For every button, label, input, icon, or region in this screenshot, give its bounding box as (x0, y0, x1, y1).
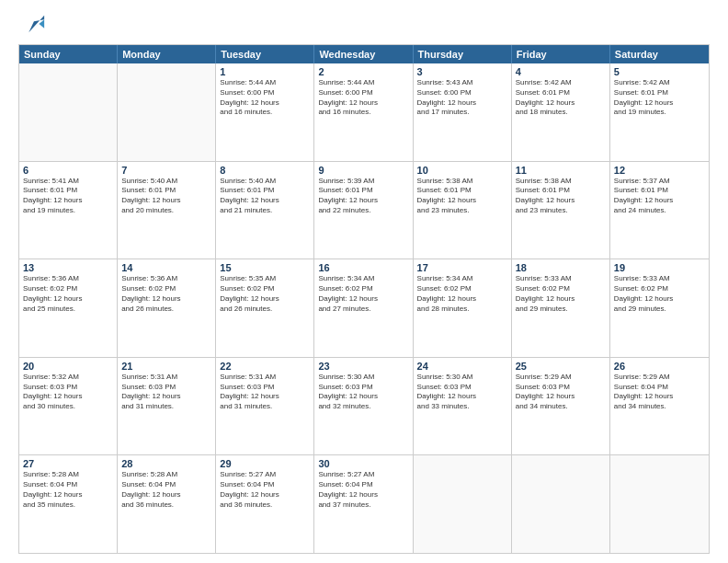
day-number: 29 (220, 458, 310, 469)
day-number: 18 (516, 262, 606, 273)
calendar-day-24: 24Sunrise: 5:30 AM Sunset: 6:03 PM Dayli… (414, 358, 512, 455)
calendar-day-14: 14Sunrise: 5:36 AM Sunset: 6:02 PM Dayli… (118, 259, 216, 357)
calendar-day-22: 22Sunrise: 5:31 AM Sunset: 6:03 PM Dayli… (216, 358, 314, 455)
day-number: 30 (318, 458, 408, 469)
day-number: 24 (417, 361, 507, 372)
calendar-empty-cell (118, 63, 216, 161)
calendar-day-27: 27Sunrise: 5:28 AM Sunset: 6:04 PM Dayli… (19, 455, 118, 553)
header-day-sunday: Sunday (19, 45, 118, 63)
day-info: Sunrise: 5:27 AM Sunset: 6:04 PM Dayligh… (318, 470, 408, 510)
day-number: 2 (318, 66, 408, 77)
calendar-day-10: 10Sunrise: 5:38 AM Sunset: 6:01 PM Dayli… (414, 162, 512, 259)
header-day-friday: Friday (512, 45, 610, 63)
calendar-day-26: 26Sunrise: 5:29 AM Sunset: 6:04 PM Dayli… (610, 358, 709, 455)
day-number: 16 (318, 262, 408, 273)
day-info: Sunrise: 5:38 AM Sunset: 6:01 PM Dayligh… (516, 177, 606, 216)
calendar-day-1: 1Sunrise: 5:44 AM Sunset: 6:00 PM Daylig… (216, 63, 314, 161)
calendar-day-17: 17Sunrise: 5:34 AM Sunset: 6:02 PM Dayli… (414, 259, 512, 357)
day-number: 11 (516, 165, 606, 176)
day-info: Sunrise: 5:30 AM Sunset: 6:03 PM Dayligh… (417, 373, 507, 412)
day-info: Sunrise: 5:42 AM Sunset: 6:01 PM Dayligh… (516, 78, 606, 118)
day-number: 15 (220, 262, 310, 273)
day-info: Sunrise: 5:34 AM Sunset: 6:02 PM Dayligh… (417, 274, 507, 314)
page: SundayMondayTuesdayWednesdayThursdayFrid… (0, 0, 728, 563)
day-info: Sunrise: 5:31 AM Sunset: 6:03 PM Dayligh… (121, 373, 211, 412)
header-day-monday: Monday (118, 45, 216, 63)
day-info: Sunrise: 5:38 AM Sunset: 6:01 PM Dayligh… (417, 177, 507, 216)
header-day-thursday: Thursday (414, 45, 512, 63)
calendar-empty-cell (610, 455, 709, 553)
logo (18, 15, 46, 37)
day-info: Sunrise: 5:40 AM Sunset: 6:01 PM Dayligh… (220, 177, 310, 216)
calendar-row-1: 1Sunrise: 5:44 AM Sunset: 6:00 PM Daylig… (19, 63, 709, 161)
calendar-empty-cell (19, 63, 118, 161)
calendar-day-7: 7Sunrise: 5:40 AM Sunset: 6:01 PM Daylig… (118, 162, 216, 259)
day-info: Sunrise: 5:31 AM Sunset: 6:03 PM Dayligh… (220, 373, 310, 412)
day-number: 12 (614, 165, 705, 176)
day-info: Sunrise: 5:44 AM Sunset: 6:00 PM Dayligh… (220, 78, 310, 118)
day-number: 23 (318, 361, 408, 372)
logo-icon (20, 11, 46, 37)
day-info: Sunrise: 5:44 AM Sunset: 6:00 PM Dayligh… (318, 78, 408, 118)
day-number: 9 (318, 165, 408, 176)
day-info: Sunrise: 5:36 AM Sunset: 6:02 PM Dayligh… (23, 274, 113, 314)
header-day-tuesday: Tuesday (216, 45, 314, 63)
calendar-day-5: 5Sunrise: 5:42 AM Sunset: 6:01 PM Daylig… (610, 63, 709, 161)
day-number: 25 (516, 361, 606, 372)
calendar-day-20: 20Sunrise: 5:32 AM Sunset: 6:03 PM Dayli… (19, 358, 118, 455)
day-number: 19 (614, 262, 705, 273)
calendar-day-18: 18Sunrise: 5:33 AM Sunset: 6:02 PM Dayli… (512, 259, 610, 357)
day-number: 13 (23, 262, 113, 273)
calendar-day-16: 16Sunrise: 5:34 AM Sunset: 6:02 PM Dayli… (314, 259, 413, 357)
calendar-empty-cell (414, 455, 512, 553)
day-info: Sunrise: 5:43 AM Sunset: 6:00 PM Dayligh… (417, 78, 507, 118)
day-number: 26 (614, 361, 705, 372)
calendar-row-3: 13Sunrise: 5:36 AM Sunset: 6:02 PM Dayli… (19, 259, 709, 357)
header (18, 15, 710, 37)
day-info: Sunrise: 5:41 AM Sunset: 6:01 PM Dayligh… (23, 177, 113, 216)
day-info: Sunrise: 5:36 AM Sunset: 6:02 PM Dayligh… (121, 274, 211, 314)
day-info: Sunrise: 5:27 AM Sunset: 6:04 PM Dayligh… (220, 470, 310, 510)
header-day-saturday: Saturday (610, 45, 709, 63)
day-info: Sunrise: 5:30 AM Sunset: 6:03 PM Dayligh… (318, 373, 408, 412)
calendar-empty-cell (512, 455, 610, 553)
day-info: Sunrise: 5:32 AM Sunset: 6:03 PM Dayligh… (23, 373, 113, 412)
day-number: 3 (417, 66, 507, 77)
calendar-day-19: 19Sunrise: 5:33 AM Sunset: 6:02 PM Dayli… (610, 259, 709, 357)
calendar-row-2: 6Sunrise: 5:41 AM Sunset: 6:01 PM Daylig… (19, 161, 709, 259)
day-info: Sunrise: 5:40 AM Sunset: 6:01 PM Dayligh… (121, 177, 211, 216)
calendar-day-15: 15Sunrise: 5:35 AM Sunset: 6:02 PM Dayli… (216, 259, 314, 357)
calendar-day-4: 4Sunrise: 5:42 AM Sunset: 6:01 PM Daylig… (512, 63, 610, 161)
day-number: 27 (23, 458, 113, 469)
day-info: Sunrise: 5:33 AM Sunset: 6:02 PM Dayligh… (614, 274, 705, 314)
calendar-day-11: 11Sunrise: 5:38 AM Sunset: 6:01 PM Dayli… (512, 162, 610, 259)
day-number: 21 (121, 361, 211, 372)
calendar-day-29: 29Sunrise: 5:27 AM Sunset: 6:04 PM Dayli… (216, 455, 314, 553)
calendar-header: SundayMondayTuesdayWednesdayThursdayFrid… (19, 45, 709, 63)
day-number: 1 (220, 66, 310, 77)
day-number: 5 (614, 66, 705, 77)
day-number: 4 (516, 66, 606, 77)
day-number: 7 (121, 165, 211, 176)
day-number: 22 (220, 361, 310, 372)
calendar-day-3: 3Sunrise: 5:43 AM Sunset: 6:00 PM Daylig… (414, 63, 512, 161)
calendar-day-30: 30Sunrise: 5:27 AM Sunset: 6:04 PM Dayli… (314, 455, 413, 553)
calendar-day-21: 21Sunrise: 5:31 AM Sunset: 6:03 PM Dayli… (118, 358, 216, 455)
calendar-row-5: 27Sunrise: 5:28 AM Sunset: 6:04 PM Dayli… (19, 454, 709, 553)
calendar-row-4: 20Sunrise: 5:32 AM Sunset: 6:03 PM Dayli… (19, 357, 709, 455)
calendar-day-6: 6Sunrise: 5:41 AM Sunset: 6:01 PM Daylig… (19, 162, 118, 259)
header-day-wednesday: Wednesday (314, 45, 413, 63)
day-number: 10 (417, 165, 507, 176)
day-info: Sunrise: 5:37 AM Sunset: 6:01 PM Dayligh… (614, 177, 705, 216)
calendar-day-25: 25Sunrise: 5:29 AM Sunset: 6:03 PM Dayli… (512, 358, 610, 455)
day-info: Sunrise: 5:28 AM Sunset: 6:04 PM Dayligh… (23, 470, 113, 510)
calendar-day-23: 23Sunrise: 5:30 AM Sunset: 6:03 PM Dayli… (314, 358, 413, 455)
day-number: 6 (23, 165, 113, 176)
day-number: 17 (417, 262, 507, 273)
calendar-day-2: 2Sunrise: 5:44 AM Sunset: 6:00 PM Daylig… (314, 63, 413, 161)
day-info: Sunrise: 5:35 AM Sunset: 6:02 PM Dayligh… (220, 274, 310, 314)
calendar-body: 1Sunrise: 5:44 AM Sunset: 6:00 PM Daylig… (19, 63, 709, 553)
calendar-day-13: 13Sunrise: 5:36 AM Sunset: 6:02 PM Dayli… (19, 259, 118, 357)
calendar-day-12: 12Sunrise: 5:37 AM Sunset: 6:01 PM Dayli… (610, 162, 709, 259)
day-info: Sunrise: 5:29 AM Sunset: 6:03 PM Dayligh… (516, 373, 606, 412)
